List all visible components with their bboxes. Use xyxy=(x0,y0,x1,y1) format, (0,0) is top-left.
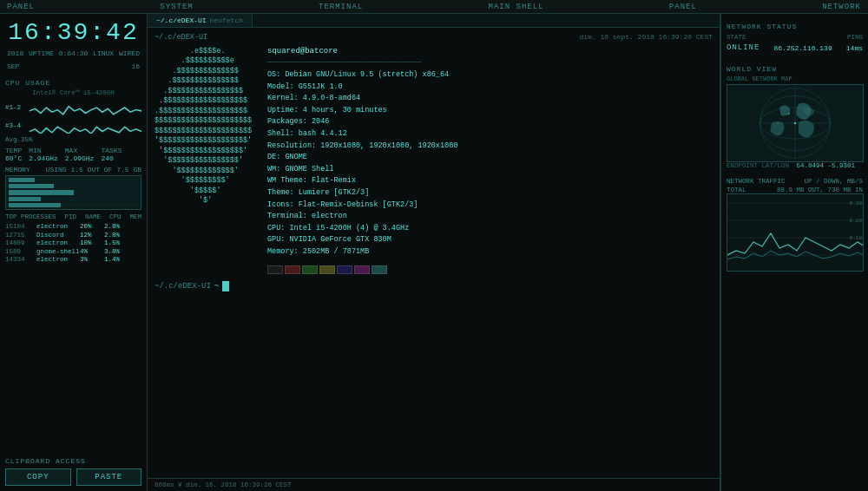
main-layout: 16:39:42 2018 UPTIME 0:04:30 LINUX WIRED… xyxy=(0,14,868,491)
svg-text:0.10: 0.10 xyxy=(850,235,863,241)
footer-time: 860ms ¥ dim. 16. 2018 16:39:26 CEST xyxy=(155,481,292,488)
svg-point-6 xyxy=(788,113,790,115)
mem-bar-2 xyxy=(9,184,138,188)
terminal-header-row: ~/.c/eDEX-UI dim. 16 sept. 2018 16:39:20… xyxy=(155,33,713,42)
paste-button[interactable]: PASTE xyxy=(76,468,142,486)
endpoint-val: 54.8494 -5.9301 xyxy=(797,162,856,169)
online-badge: ONLINE xyxy=(727,43,760,52)
uptime-label: UPTIME xyxy=(29,49,54,57)
prompt-path: ~/.c/eDEX-UI xyxy=(155,282,211,291)
neofetch-art: .e$$$$e. .$$$$$$$$$$e .$$$$$$$$$$$$$$ .$… xyxy=(155,47,259,274)
cpu-row-34: #3-4 xyxy=(5,118,141,134)
total-label: TOTAL xyxy=(727,187,746,193)
temp-row: TEMP60°C MIN2.94GHz MAX2.99GHz TASKS240 xyxy=(5,147,141,162)
max-label: MAX xyxy=(65,147,95,154)
up-down-label: UP / DOWN, MB/S xyxy=(804,178,863,185)
left-panel: 16:39:42 2018 UPTIME 0:04:30 LINUX WIRED… xyxy=(0,14,148,491)
terminal-footer: 860ms ¥ dim. 16. 2018 16:39:26 CEST xyxy=(148,478,720,491)
processes-label: TOP PROCESSES xyxy=(5,213,56,220)
main-shell-label: MAIN SHELL xyxy=(489,3,544,11)
svg-text:0.30: 0.30 xyxy=(850,200,863,206)
temp-label: TEMP xyxy=(5,147,22,154)
date-row: 2018 UPTIME 0:04:30 LINUX WIRED xyxy=(5,49,141,57)
svg-point-5 xyxy=(794,122,797,125)
global-map-label: GLOBAL NETWORK MAP xyxy=(727,75,863,82)
memory-label: MEMORY xyxy=(5,166,30,173)
pid-col-label: PID xyxy=(64,213,76,220)
terminal-tab-1[interactable]: ~/.c/eDEX-UI neofetch xyxy=(148,14,253,27)
clipboard-label: CLIPBOARD ACCESS xyxy=(5,457,141,465)
total-row: TOTAL 88.9 MB OUT, 730 MB IN xyxy=(727,187,863,193)
process-row: 14334electron3%1.4% xyxy=(5,256,141,263)
process-list: 15104electron20%2.8%12715Discord12%2.8%1… xyxy=(5,223,141,263)
mem-bar-5 xyxy=(9,203,138,207)
process-row: 1580gnome-shell4%3.8% xyxy=(5,248,141,255)
memory-using: USING 1.5 OUT OF 7.5 GB xyxy=(46,166,141,173)
svg-text:0.20: 0.20 xyxy=(850,218,863,224)
min-label: MIN xyxy=(29,147,58,154)
system-label: SYSTEM xyxy=(160,3,193,11)
endpoint-row: ENDPOINT LAT/LON 54.8494 -5.9301 xyxy=(727,162,863,169)
network-traffic: NETWORK TRAFFIC UP / DOWN, MB/S TOTAL 88… xyxy=(727,178,863,486)
mem-bar-3 xyxy=(9,190,138,194)
day-label: 16 xyxy=(131,62,140,70)
neofetch-info: squared@batcore ────────────────────────… xyxy=(267,47,457,274)
processes-header: TOP PROCESSES PID NAME CPU MEM xyxy=(5,213,141,220)
traffic-graph: 0.30 0.20 0.10 xyxy=(727,193,864,272)
cpu-col-label: CPU xyxy=(109,213,122,220)
cpu-section-label: CPU USAGE xyxy=(5,79,141,87)
top-bar: PANEL SYSTEM TERMINAL MAIN SHELL PANEL N… xyxy=(0,0,868,14)
terminal-datetime: dim. 16 sept. 2018 16:39:20 CEST xyxy=(579,33,713,42)
ip-text: 86.252.116.139 xyxy=(773,44,832,52)
date-row2: SEP 16 xyxy=(5,62,141,70)
network-status: NETWORK STATUS STATE PING ONLINE 86.252.… xyxy=(727,19,863,55)
cpu-graph-12 xyxy=(30,100,141,115)
world-label: WORLD VIEW xyxy=(727,65,863,73)
terminal-label: TERMINAL xyxy=(319,3,363,11)
network-label-top: NETWORK xyxy=(822,3,861,11)
tasks-val: 240 xyxy=(101,154,122,162)
terminal-content[interactable]: ~/.c/eDEX-UI dim. 16 sept. 2018 16:39:20… xyxy=(148,28,720,478)
process-row: 14809electron10%1.5% xyxy=(5,239,141,246)
cpu-graph-34 xyxy=(30,118,141,134)
terminal-panel: ~/.c/eDEX-UI neofetch ~/.c/eDEX-UI dim. … xyxy=(148,14,720,491)
ping-label: PING xyxy=(847,34,863,41)
right-panel: NETWORK STATUS STATE PING ONLINE 86.252.… xyxy=(720,14,868,491)
prompt-cursor xyxy=(222,281,229,291)
terminal-path: ~/.c/eDEX-UI xyxy=(155,33,207,42)
min-val: 2.94GHz xyxy=(29,154,58,162)
total-val: 88.9 MB OUT, 730 MB IN xyxy=(777,187,863,193)
panel-label: PANEL xyxy=(7,3,35,11)
traffic-header: NETWORK TRAFFIC UP / DOWN, MB/S xyxy=(727,178,863,185)
type-label: LINUX xyxy=(93,49,114,57)
memory-bar xyxy=(5,175,141,210)
cores-34-label: #3-4 xyxy=(5,122,30,129)
endpoint-label: ENDPOINT LAT/LON xyxy=(727,162,789,169)
uptime-val: 0:04:30 xyxy=(59,49,89,57)
process-row: 15104electron20%2.8% xyxy=(5,223,141,230)
state-row: STATE PING xyxy=(727,34,863,41)
prompt-symbol: ~ xyxy=(214,282,219,291)
copy-button[interactable]: COPY xyxy=(5,468,71,486)
processes-section: TOP PROCESSES PID NAME CPU MEM 15104elec… xyxy=(5,213,141,450)
user-host: squared@batcore xyxy=(267,47,457,56)
network-status-label: NETWORK STATUS xyxy=(727,23,863,30)
memory-section: MEMORY USING 1.5 OUT OF 7.5 GB xyxy=(5,166,141,210)
panel2-label: PANEL xyxy=(669,3,697,11)
terminal-prompt[interactable]: ~/.c/eDEX-UI ~ xyxy=(155,281,713,291)
memory-header: MEMORY USING 1.5 OUT OF 7.5 GB xyxy=(5,166,141,173)
month-label: SEP xyxy=(7,62,19,70)
temp-val: 60°C xyxy=(5,154,22,162)
terminal-tabs: ~/.c/eDEX-UI neofetch xyxy=(148,14,720,28)
clock-display: 16:39:42 xyxy=(5,19,141,46)
mem-bar-4 xyxy=(9,197,138,201)
name-col-label: NAME xyxy=(85,213,101,220)
cpu-model: Intel® Core™ i5-4200H xyxy=(5,89,141,96)
neofetch-area: .e$$$$e. .$$$$$$$$$$e .$$$$$$$$$$$$$$ .$… xyxy=(155,47,713,274)
year-label: 2018 xyxy=(7,49,23,57)
clipboard-buttons: COPY PASTE xyxy=(5,468,141,486)
power-val: WIRED xyxy=(119,49,140,57)
cpu-avg: Avg.35% xyxy=(5,136,141,143)
max-val: 2.99GHz xyxy=(65,154,95,162)
process-row: 12715Discord12%2.8% xyxy=(5,232,141,239)
